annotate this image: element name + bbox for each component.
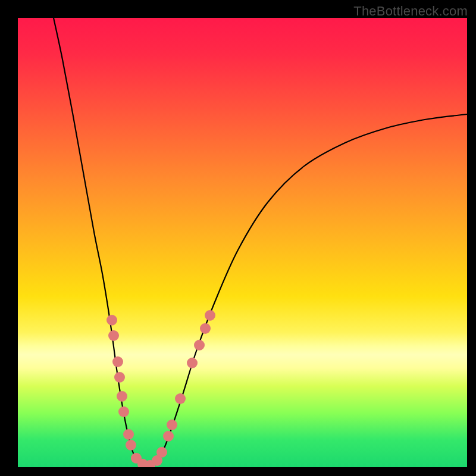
data-point-marker <box>114 372 125 383</box>
data-point-marker <box>175 393 186 404</box>
vertex-markers <box>107 310 215 467</box>
data-point-marker <box>167 419 177 430</box>
data-point-marker <box>108 330 119 341</box>
plot-area <box>18 18 467 467</box>
chart-frame: TheBottleneck.com <box>0 0 476 476</box>
curve-left-arm <box>54 18 148 465</box>
curve-layer <box>18 18 467 467</box>
data-point-marker <box>205 310 215 321</box>
data-point-marker <box>123 429 134 440</box>
data-point-marker <box>107 315 117 325</box>
curve-right-arm <box>148 114 467 465</box>
data-point-marker <box>200 323 211 334</box>
data-point-marker <box>194 340 205 350</box>
data-point-marker <box>187 358 198 368</box>
data-point-marker <box>156 447 167 458</box>
data-point-marker <box>163 431 174 441</box>
watermark-text: TheBottleneck.com <box>353 4 468 19</box>
data-point-marker <box>117 391 127 402</box>
data-point-marker <box>118 406 129 417</box>
data-point-marker <box>126 440 136 450</box>
data-point-marker <box>112 356 123 367</box>
